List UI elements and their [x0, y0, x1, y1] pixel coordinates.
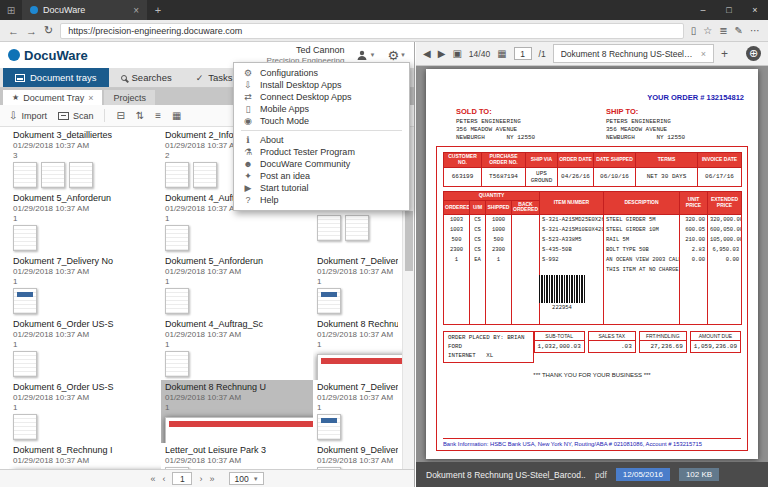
document-thumbnail[interactable] — [165, 162, 189, 188]
document-thumbnail[interactable] — [13, 414, 37, 440]
next-page-icon[interactable]: › — [199, 474, 202, 484]
document-thumbnail[interactable] — [317, 288, 341, 314]
task-view-icon[interactable]: ⊞ — [0, 5, 22, 16]
close-icon[interactable]: × — [88, 93, 93, 103]
document-item[interactable]: Dokument 8_Rechnung I01/29/2018 10:37 AM — [9, 443, 161, 469]
new-tab-button[interactable]: + — [147, 4, 169, 16]
help-icon: ? — [243, 195, 253, 205]
document-thumbnail[interactable] — [165, 288, 189, 314]
document-item[interactable]: Dokument 6_Order US-S01/29/2018 10:37 AM… — [9, 317, 161, 380]
document-thumbnail[interactable] — [317, 467, 341, 469]
reading-view-icon[interactable]: ▯ — [691, 25, 697, 36]
maximize-button[interactable]: □ — [716, 5, 742, 15]
scrollbar-thumb[interactable] — [405, 211, 413, 271]
document-thumbnail[interactable] — [165, 417, 313, 443]
ship-to-label: SHIP TO: — [606, 107, 756, 116]
document-item[interactable]: Dokument 3_detailliertes01/29/2018 10:37… — [9, 128, 161, 191]
menu-item-product-tester-program[interactable]: ⚗Product Tester Program — [234, 146, 409, 158]
menu-item-touch-mode[interactable]: ◉Touch Mode — [234, 115, 409, 127]
menu-item-help[interactable]: ?Help — [234, 194, 409, 206]
document-item[interactable]: Dokument 5_Anforderun01/29/2018 10:37 AM… — [161, 254, 313, 317]
document-item[interactable]: Dokument 8 Rechnung U01/29/2018 10:37 AM… — [161, 380, 313, 443]
document-date: 01/29/2018 10:37 AM — [13, 456, 157, 465]
document-thumbnail[interactable] — [13, 162, 37, 188]
document-thumbnail[interactable] — [345, 215, 369, 241]
close-document-icon[interactable]: × — [701, 49, 706, 59]
document-thumbnail[interactable] — [193, 162, 217, 188]
menu-item-connect-desktop-apps[interactable]: ⇄Connect Desktop Apps — [234, 91, 409, 103]
document-thumbnail[interactable] — [69, 162, 93, 188]
line-cell: 0.00 — [708, 255, 742, 265]
sort-icon[interactable]: ⇅ — [136, 110, 144, 121]
more-icon[interactable]: ⋯ — [750, 25, 760, 36]
page-input[interactable]: 1 — [514, 47, 532, 60]
minimize-button[interactable]: – — [690, 5, 716, 15]
tray-tab-document-tray[interactable]: ★ Document Tray × — [3, 90, 102, 105]
document-item[interactable]: Dokument 5_Anforderun01/29/2018 10:37 AM… — [9, 191, 161, 254]
document-thumbnail[interactable] — [165, 351, 189, 377]
document-item[interactable]: Dokument 6_Order US-S01/29/2018 10:37 AM… — [9, 380, 161, 443]
tab-searches[interactable]: Searches — [109, 68, 184, 87]
document-item[interactable]: Letter_out Leisure Park 301/29/2018 10:3… — [161, 443, 313, 469]
document-thumbnail[interactable] — [317, 354, 402, 380]
tab-document-trays[interactable]: Document trays — [3, 68, 109, 87]
menu-item-start-tutorial[interactable]: ▶Start tutorial — [234, 182, 409, 194]
page-thumbnails-icon[interactable]: ▦ — [497, 48, 506, 59]
menu-item-docuware-community[interactable]: ☻DocuWare Community — [234, 158, 409, 170]
invoice-body: CUSTOMER NO.PURCHASE ORDER NO.SHIP VIAOR… — [436, 146, 748, 451]
page-number-input[interactable]: 1 — [172, 472, 192, 485]
document-page-count: 1 — [317, 277, 398, 286]
menu-item-post-an-idea[interactable]: ✦Post an idea — [234, 170, 409, 182]
document-item[interactable]: Dokument 8 Rechnung U01/29/2018 10:37 AM… — [313, 317, 402, 380]
scan-button[interactable]: Scan — [58, 111, 94, 121]
settings-menu-button[interactable]: ⚙ ▼ — [387, 48, 406, 63]
document-thumbnail[interactable] — [165, 467, 189, 469]
document-thumbnail[interactable] — [13, 225, 37, 251]
viewer-document-tab[interactable]: Dokument 8 Rechnung US-Steel_Barco... × — [553, 44, 714, 63]
document-item[interactable]: Dokument 4_Auftrag_Sc01/29/2018 10:37 AM… — [161, 317, 313, 380]
menu-item-about[interactable]: ℹAbout — [234, 134, 409, 146]
document-thumbnail[interactable] — [13, 288, 37, 314]
favorites-icon[interactable]: ☆ — [703, 25, 712, 36]
print-icon[interactable]: ⊟ — [116, 110, 124, 121]
previous-page-icon[interactable]: ‹ — [162, 474, 165, 484]
refresh-icon[interactable]: ↻ — [44, 24, 53, 37]
menu-item-mobile-apps[interactable]: ▯Mobile Apps — [234, 103, 409, 115]
last-page-icon[interactable]: » — [209, 474, 214, 484]
close-button[interactable]: × — [742, 5, 768, 15]
line-cell: BOLT TYPE 50B — [604, 245, 680, 255]
notes-icon[interactable]: ✎ — [735, 25, 743, 36]
zoom-tools-icon[interactable]: ⊕ — [746, 46, 761, 61]
document-name: Dokument 8 Rechnung U — [165, 382, 309, 392]
page-total: /1 — [539, 49, 546, 59]
star-icon: ★ — [12, 93, 19, 102]
layers-icon[interactable]: ▣ — [452, 48, 461, 59]
next-document-icon[interactable]: ▶ — [438, 48, 446, 59]
document-thumbnail[interactable] — [317, 414, 341, 440]
document-item[interactable]: Dokument 7_Delivery No01/29/2018 10:37 A… — [313, 254, 402, 317]
back-icon[interactable]: ← — [8, 25, 19, 37]
menu-item-configurations[interactable]: ⚙Configurations — [234, 67, 409, 79]
document-thumbnail[interactable] — [317, 215, 341, 241]
thumbnail-view-icon[interactable]: ▦ — [172, 110, 181, 121]
document-thumbnail[interactable] — [13, 351, 37, 377]
list-view-icon[interactable]: ≡ — [155, 110, 161, 121]
previous-document-icon[interactable]: ◀ — [423, 48, 431, 59]
hub-icon[interactable]: ≣ — [719, 25, 727, 36]
menu-item-install-desktop-apps[interactable]: ⇩Install Desktop Apps — [234, 79, 409, 91]
tray-tab-projects[interactable]: Projects — [104, 90, 155, 105]
document-item[interactable]: Dokument 7_Delivery no01/29/2018 10:37 A… — [313, 380, 402, 443]
tab-close-icon[interactable]: × — [133, 5, 139, 16]
first-page-icon[interactable]: « — [150, 474, 155, 484]
forward-icon[interactable]: → — [26, 25, 37, 37]
document-thumbnail[interactable] — [165, 225, 189, 251]
browser-tab[interactable]: DocuWare × — [22, 0, 147, 20]
page-size-select[interactable]: 100 ▼ — [229, 472, 263, 485]
address-bar[interactable]: https://precision-engineering.docuware.c… — [60, 23, 684, 39]
document-thumbnail[interactable] — [41, 162, 65, 188]
user-menu-button[interactable]: ▼ — [356, 49, 375, 61]
document-item[interactable]: Dokument 9_Delivery Nc01/29/2018 10:37 A… — [313, 443, 402, 469]
import-button[interactable]: ⇩ Import — [9, 110, 47, 121]
new-viewer-tab-icon[interactable]: + — [721, 47, 728, 61]
document-item[interactable]: Dokument 7_Delivery No01/29/2018 10:37 A… — [9, 254, 161, 317]
